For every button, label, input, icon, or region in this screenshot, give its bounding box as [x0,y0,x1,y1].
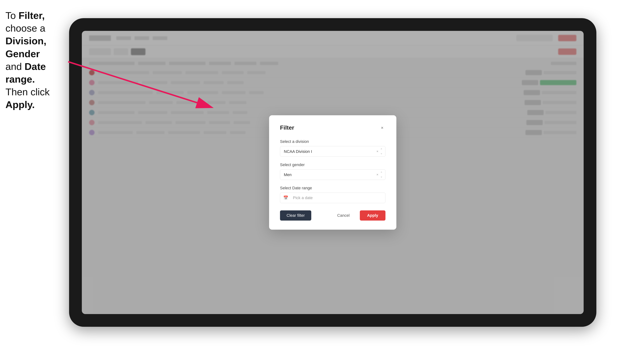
date-picker-input[interactable]: Pick a date [280,193,386,203]
modal-footer: Clear filter Cancel Apply [280,210,386,221]
date-placeholder-text: Pick a date [291,195,313,200]
date-form-group: Select Date range 📅 Pick a date [280,186,386,203]
gender-select[interactable]: Men [280,169,386,180]
date-label: Select Date range [280,186,386,190]
gender-form-group: Select gender Men × ⌃ ⌄ [280,163,386,180]
tablet-screen: Filter × Select a division NCAA Division… [82,31,584,314]
footer-right-actions: Cancel Apply [330,210,386,221]
division-label: Select a division [280,139,386,144]
division-select-wrapper: NCAA Division I × ⌃ ⌄ [280,146,386,157]
clear-filter-button[interactable]: Clear filter [280,210,311,221]
gender-select-wrapper: Men × ⌃ ⌄ [280,169,386,180]
apply-button[interactable]: Apply [360,210,386,221]
instruction-text: To Filter, choose a Division, Gender and… [6,9,71,111]
instruction-bold-filter: Filter, [18,10,45,21]
gender-label: Select gender [280,163,386,167]
modal-header: Filter × [280,124,386,131]
division-form-group: Select a division NCAA Division I × ⌃ ⌄ [280,139,386,157]
date-input-wrapper: 📅 Pick a date [280,193,386,203]
cancel-button[interactable]: Cancel [330,210,356,221]
tablet-frame: Filter × Select a division NCAA Division… [69,18,596,327]
division-select[interactable]: NCAA Division I [280,146,386,157]
modal-close-button[interactable]: × [379,125,386,131]
instruction-bold-date: Date range. [6,61,46,85]
instruction-bold-apply: Apply. [6,99,35,110]
instruction-panel: To Filter, choose a Division, Gender and… [6,9,71,111]
modal-title: Filter [280,124,294,131]
instruction-bold-division-gender: Division, Gender [6,35,46,59]
division-clear-icon[interactable]: × [376,150,378,153]
gender-clear-icon[interactable]: × [376,173,378,177]
modal-overlay: Filter × Select a division NCAA Division… [82,31,584,314]
filter-modal: Filter × Select a division NCAA Division… [269,115,396,230]
